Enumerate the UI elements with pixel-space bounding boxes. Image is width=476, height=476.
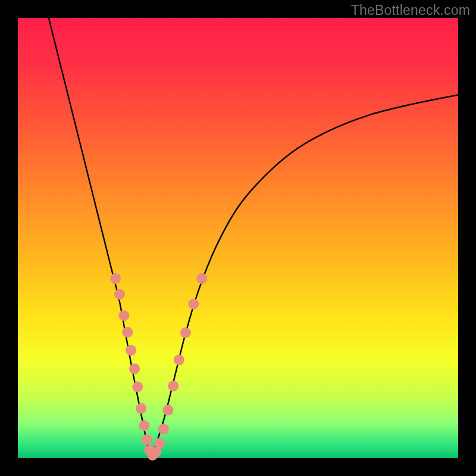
bottleneck-curve (49, 18, 458, 457)
chart-frame: TheBottleneck.com (0, 0, 476, 476)
curve-marker (188, 299, 199, 309)
curve-marker (174, 355, 184, 365)
curve-marker (196, 273, 207, 284)
curve-marker (136, 403, 146, 414)
curve-marker (180, 327, 191, 338)
curve-marker (122, 327, 133, 337)
curve-group (49, 18, 458, 457)
curve-marker (154, 438, 165, 449)
curve-marker (139, 420, 149, 431)
curve-marker (142, 434, 152, 445)
curve-marker (129, 364, 140, 374)
curve-marker (158, 424, 169, 434)
chart-svg (18, 18, 458, 458)
curve-marker (162, 405, 173, 415)
curve-marker (118, 310, 129, 321)
marker-group (110, 273, 207, 461)
curve-marker (168, 381, 178, 392)
watermark-text: TheBottleneck.com (351, 2, 470, 18)
curve-marker (110, 273, 121, 284)
curve-marker (126, 345, 136, 356)
curve-marker (132, 381, 143, 392)
curve-marker (114, 289, 125, 300)
